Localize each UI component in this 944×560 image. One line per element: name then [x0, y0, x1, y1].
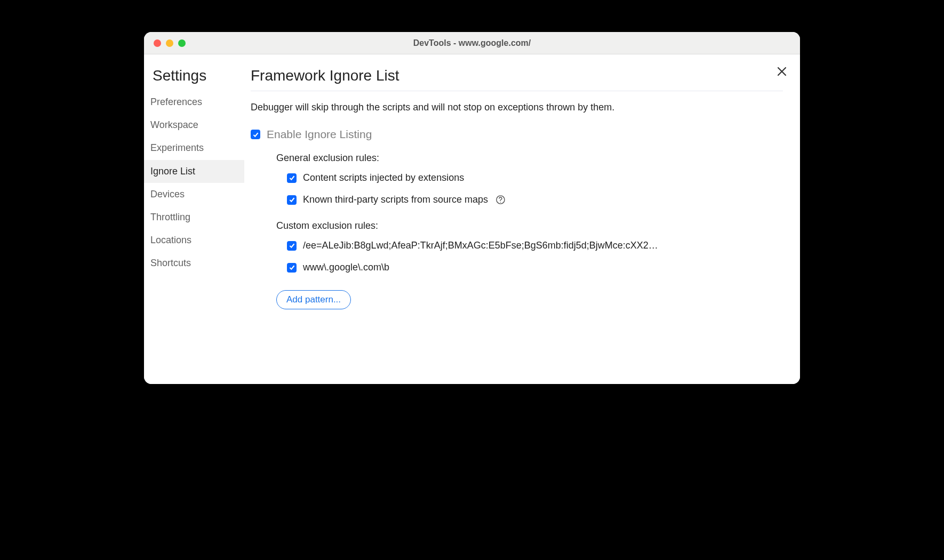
sidebar-item-experiments[interactable]: Experiments — [144, 137, 244, 159]
third-party-scripts-label: Known third-party scripts from source ma… — [303, 194, 488, 205]
sidebar-item-locations[interactable]: Locations — [144, 229, 244, 252]
custom-rule-row: www\.google\.com\b — [276, 262, 783, 273]
sidebar-item-workspace[interactable]: Workspace — [144, 114, 244, 137]
help-icon[interactable] — [495, 195, 506, 205]
sidebar-item-devices[interactable]: Devices — [144, 183, 244, 206]
check-icon — [289, 264, 295, 271]
main-panel: Framework Ignore List Debugger will skip… — [244, 54, 800, 384]
enable-ignore-listing-checkbox[interactable] — [251, 130, 260, 139]
devtools-window: DevTools - www.google.com/ Settings Pref… — [144, 32, 800, 384]
enable-ignore-listing-row: Enable Ignore Listing — [251, 128, 783, 141]
general-rule-row: Known third-party scripts from source ma… — [276, 194, 783, 205]
svg-point-1 — [500, 202, 501, 203]
page-description: Debugger will skip through the scripts a… — [251, 91, 783, 128]
custom-rule-0-checkbox[interactable] — [287, 241, 297, 251]
sidebar-item-preferences[interactable]: Preferences — [144, 91, 244, 114]
window-title: DevTools - www.google.com/ — [144, 38, 800, 48]
content-area: Settings Preferences Workspace Experimen… — [144, 54, 800, 384]
settings-sidebar: Settings Preferences Workspace Experimen… — [144, 54, 244, 384]
sidebar-item-ignore-list[interactable]: Ignore List — [144, 160, 244, 183]
content-scripts-checkbox[interactable] — [287, 173, 297, 183]
general-rules-heading: General exclusion rules: — [251, 153, 783, 164]
minimize-window-button[interactable] — [166, 39, 173, 47]
check-icon — [289, 196, 295, 203]
custom-rules-heading: Custom exclusion rules: — [251, 220, 783, 231]
close-window-button[interactable] — [154, 39, 161, 47]
close-icon — [775, 65, 788, 78]
custom-rule-row: /ee=ALeJib:B8gLwd;AfeaP:TkrAjf;BMxAGc:E5… — [276, 240, 783, 251]
check-icon — [289, 174, 295, 181]
close-settings-button[interactable] — [775, 65, 788, 78]
custom-rule-1-checkbox[interactable] — [287, 263, 297, 273]
custom-rule-1-label: www\.google\.com\b — [303, 262, 389, 273]
add-pattern-button[interactable]: Add pattern... — [276, 290, 351, 309]
sidebar-item-shortcuts[interactable]: Shortcuts — [144, 252, 244, 275]
maximize-window-button[interactable] — [178, 39, 186, 47]
sidebar-title: Settings — [144, 67, 244, 91]
enable-ignore-listing-label: Enable Ignore Listing — [267, 128, 372, 141]
traffic-lights — [144, 39, 186, 47]
page-title: Framework Ignore List — [251, 67, 783, 91]
check-icon — [252, 131, 259, 138]
sidebar-item-throttling[interactable]: Throttling — [144, 206, 244, 229]
general-rule-row: Content scripts injected by extensions — [276, 172, 783, 183]
third-party-scripts-checkbox[interactable] — [287, 195, 297, 205]
custom-rule-0-label: /ee=ALeJib:B8gLwd;AfeaP:TkrAjf;BMxAGc:E5… — [303, 240, 658, 251]
content-scripts-label: Content scripts injected by extensions — [303, 172, 464, 183]
titlebar: DevTools - www.google.com/ — [144, 32, 800, 54]
custom-rules-block: Custom exclusion rules: /ee=ALeJib:B8gLw… — [251, 220, 783, 309]
check-icon — [289, 242, 295, 249]
